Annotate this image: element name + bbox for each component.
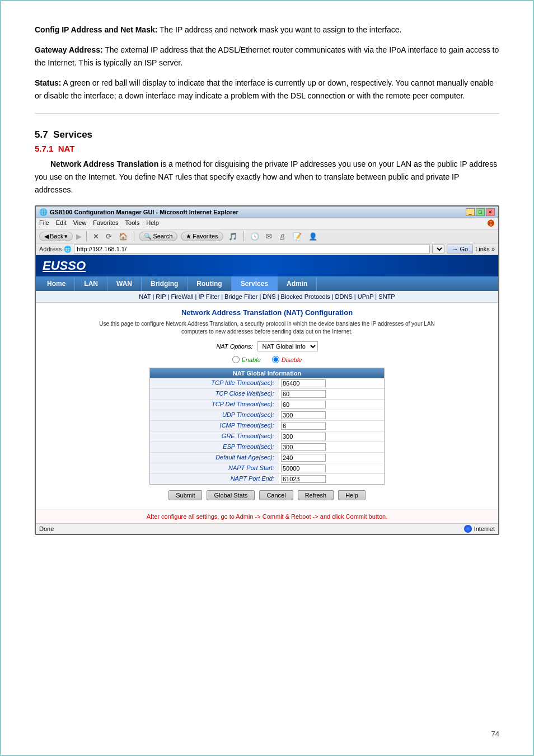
nav-lan[interactable]: LAN [75,276,107,291]
footer-note: After configure all settings, go to Admi… [36,509,498,523]
global-stats-button[interactable]: Global Stats [207,490,255,500]
enable-radio-label[interactable]: Enable [232,356,261,363]
nat-label-5: GRE Timeout(sec): [150,431,279,442]
star-icon: ★ [186,233,191,240]
subnav-sntp[interactable]: SNTP [378,293,395,300]
history-button[interactable]: 🕓 [249,232,261,241]
browser-toolbar: ◀ Back ▾ ▶ ✕ ⟳ 🏠 🔍 Search ★ Favorites 🎵 … [36,229,498,243]
back-arrow-icon: ◀ [44,233,49,240]
desc-line2: computers to new addresses before sendin… [181,328,353,335]
subnav-blocked[interactable]: Blocked Protocols [281,293,330,300]
disable-radio-label[interactable]: Disable [272,356,302,363]
nat-table-header: NAT Global Information [150,368,384,378]
address-dropdown[interactable] [432,245,444,253]
maximize-button[interactable]: □ [476,208,485,216]
enable-radio[interactable] [232,356,240,363]
paragraph-status: Status: A green or red ball will display… [35,77,499,102]
nav-routing[interactable]: Routing [188,276,231,291]
enable-text: Enable [242,356,261,363]
nav-bridging[interactable]: Bridging [142,276,188,291]
nav-admin[interactable]: Admin [278,276,317,291]
label-status: Status: [35,78,61,87]
nat-options-select[interactable]: NAT Global Info [257,341,318,351]
text-config-ip: The IP address and network mask you want… [157,25,401,34]
nav-bar: Home LAN WAN Bridging Routing Services A… [36,276,498,291]
nat-input-8[interactable] [281,464,326,472]
nat-input-0[interactable] [281,379,326,387]
menu-favorites[interactable]: Favorites [93,219,118,228]
mail-button[interactable]: ✉ [264,232,274,241]
subnav-ipfilter[interactable]: IP Filter [198,293,219,300]
label-gateway: Gateway Address: [35,45,103,54]
nat-label-9: NAPT Port End: [150,474,279,484]
go-button[interactable]: → Go [447,245,473,253]
print-button[interactable]: 🖨 [277,232,288,241]
nat-value-5 [279,431,384,442]
nat-label-0: TCP Idle Timeout(sec): [150,378,279,388]
minimize-button[interactable]: _ [466,208,475,216]
nat-input-1[interactable] [281,390,326,398]
page-icon: 🌐 [64,246,72,253]
nat-label-8: NAPT Port Start: [150,463,279,473]
nav-services[interactable]: Services [232,276,278,291]
cancel-button[interactable]: Cancel [259,490,293,500]
nat-value-6 [279,442,384,452]
disable-radio[interactable] [272,356,279,363]
radio-row: Enable Disable [47,356,487,363]
menu-file[interactable]: File [39,219,49,228]
subnav-bridgefilter[interactable]: Bridge Filter [224,293,257,300]
help-button[interactable]: Help [338,490,366,500]
stop-button[interactable]: ✕ [91,232,101,241]
menu-view[interactable]: View [73,219,87,228]
close-button[interactable]: ✕ [486,208,495,216]
address-input[interactable]: http://192.168.1.1/ [74,245,430,253]
section-heading: 5.7 Services [35,129,499,140]
nat-input-4[interactable] [281,422,326,430]
subnav-nat[interactable]: NAT [139,293,151,300]
subnav-rip[interactable]: RIP [156,293,166,300]
nat-input-3[interactable] [281,411,326,419]
home-button[interactable]: 🏠 [117,232,129,241]
forward-arrow-icon[interactable]: ▶ [76,232,82,241]
desc-line1: Use this page to configure Network Addre… [99,321,435,327]
nat-input-6[interactable] [281,443,326,451]
browser-window: 🌐 GS8100 Configuration Manager GUI - Mic… [35,205,499,535]
messenger-button[interactable]: 👤 [307,232,319,241]
nat-input-7[interactable] [281,454,326,462]
refresh-button[interactable]: Refresh [298,490,334,500]
favorites-button[interactable]: ★ Favorites [181,232,223,241]
search-button[interactable]: 🔍 Search [139,232,177,241]
sub-nav: NAT | RIP | FireWall | IP Filter | Bridg… [36,291,498,303]
nat-label-3: UDP Timeout(sec): [150,410,279,420]
browser-menubar: File Edit View Favorites Tools Help 🅔 [36,218,498,229]
nav-wan[interactable]: WAN [107,276,142,291]
go-label: Go [460,246,468,252]
nat-input-5[interactable] [281,433,326,440]
nat-row-7: Default Nat Age(sec): [150,453,384,463]
nat-page-title: Network Address Translation (NAT) Config… [47,308,487,317]
subnav-upnp[interactable]: UPnP [358,293,374,300]
paragraph-gateway: Gateway Address: The external IP address… [35,44,499,69]
subnav-ddns[interactable]: DDNS [335,293,353,300]
subnav-dns[interactable]: DNS [263,293,275,300]
internet-zone-text: Internet [474,525,495,532]
submit-button[interactable]: Submit [168,490,202,500]
menu-tools[interactable]: Tools [125,219,140,228]
nat-table: NAT Global Information TCP Idle Timeout(… [149,368,385,485]
address-url: http://192.168.1.1/ [77,246,127,252]
menu-edit[interactable]: Edit [56,219,67,228]
media-button[interactable]: 🎵 [227,232,239,241]
refresh-button[interactable]: ⟳ [104,232,114,241]
nav-home[interactable]: Home [38,276,75,291]
ie-logo-icon: 🅔 [488,219,495,228]
subnav-firewall[interactable]: FireWall [171,293,193,300]
back-button[interactable]: ◀ Back ▾ [39,232,73,241]
edit-button[interactable]: 📝 [291,232,303,241]
nat-label-2: TCP Def Timeout(sec): [150,400,279,410]
menu-help[interactable]: Help [146,219,159,228]
browser-titlebar: 🌐 GS8100 Configuration Manager GUI - Mic… [36,206,498,218]
links-label: Links » [475,246,495,252]
nat-input-2[interactable] [281,401,326,408]
nat-input-9[interactable] [281,475,326,483]
back-dropdown-icon: ▾ [64,233,68,240]
